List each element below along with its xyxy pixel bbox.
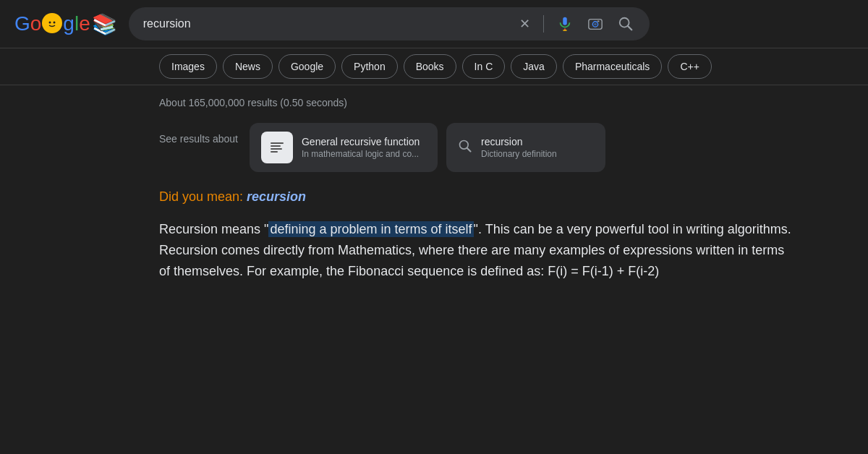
filter-chip-news[interactable]: News [223,54,273,79]
search-svg-small [458,139,472,153]
search-icons: ✕ [518,14,635,33]
svg-rect-12 [597,20,600,22]
clear-button[interactable]: ✕ [518,14,532,33]
filter-chip-books[interactable]: Books [404,54,456,79]
search-icon [618,16,634,32]
recursive-function-title: General recursive function [302,136,420,147]
lens-icon [587,16,603,32]
search-input[interactable]: recursion [143,17,509,30]
highlight-phrase: defining a problem in terms of itself [268,221,473,237]
dictionary-search-icon [458,139,472,157]
logo-letter-g: G [14,12,30,35]
svg-rect-19 [271,151,278,153]
clear-icon: ✕ [519,16,530,32]
filter-label-cpp: C++ [680,61,699,72]
filter-chip-cpp[interactable]: C++ [668,54,711,79]
see-results-label: See results about [159,123,238,145]
see-results-row: See results about General recursive func… [159,123,854,172]
search-bar: recursion ✕ [129,7,650,40]
function-icon-svg [266,137,288,158]
filter-label-pharmaceuticals: Pharmaceuticals [575,61,650,72]
did-you-mean-link[interactable]: recursion [247,189,306,204]
filter-chip-images[interactable]: Images [159,54,217,79]
logo-sun-icon [42,13,62,33]
svg-rect-18 [271,148,282,150]
svg-rect-15 [268,138,286,157]
svg-point-1 [49,22,51,24]
dictionary-card-text: recursion Dictionary definition [481,136,557,159]
main-content: About 165,000,000 results (0.50 seconds)… [0,85,868,293]
icon-divider [543,15,544,33]
recursive-function-subtitle: In mathematical logic and co... [302,149,420,159]
filter-label-google: Google [291,61,323,72]
filter-label-books: Books [416,61,444,72]
svg-rect-8 [563,30,567,30]
dictionary-title: recursion [481,136,557,147]
header: Go gle 📚 recursion [0,0,868,48]
filter-chip-python[interactable]: Python [341,54,398,79]
microphone-button[interactable] [556,14,574,33]
microphone-icon [557,16,573,32]
svg-point-11 [594,23,597,26]
svg-rect-17 [271,145,281,147]
logo-letter-e: e [79,12,90,35]
filter-chip-google[interactable]: Google [278,54,336,79]
search-button[interactable] [616,14,635,33]
logo-book-emoji: 📚 [92,12,117,36]
did-you-mean: Did you mean: recursion [159,189,854,205]
filter-label-in-c: In C [475,61,493,72]
dictionary-subtitle: Dictionary definition [481,149,557,159]
dictionary-definition-card[interactable]: recursion Dictionary definition [446,123,605,172]
filter-bar: Images News Google Python Books In C Jav… [0,48,868,85]
lens-button[interactable] [586,14,605,33]
svg-rect-7 [563,17,567,25]
results-stats: About 165,000,000 results (0.50 seconds) [159,97,854,108]
filter-chip-in-c[interactable]: In C [462,54,506,79]
google-logo[interactable]: Go gle 📚 [14,12,117,36]
did-you-mean-prefix: Did you mean: [159,189,247,204]
logo-letter-o1: o [30,12,42,35]
result-card-recursive-function[interactable]: General recursive function In mathematic… [250,123,438,172]
logo-letter-g2: g [63,12,75,35]
svg-line-14 [628,26,631,30]
filter-label-python: Python [354,61,386,72]
logo-text: Go gle [14,12,90,35]
recursive-function-card-text: General recursive function In mathematic… [302,136,420,159]
svg-point-0 [46,17,58,29]
description-text: Recursion means "defining a problem in t… [159,219,796,281]
filter-label-news: News [235,61,260,72]
svg-line-21 [467,147,471,151]
svg-rect-16 [271,142,284,144]
recursive-function-icon [261,132,293,163]
filter-chip-pharmaceuticals[interactable]: Pharmaceuticals [563,54,663,79]
filter-chip-java[interactable]: Java [511,54,557,79]
filter-label-java: Java [523,61,545,72]
result-cards: General recursive function In mathematic… [250,123,605,172]
filter-label-images: Images [171,61,205,72]
sun-svg [42,13,62,33]
svg-point-2 [54,22,56,24]
